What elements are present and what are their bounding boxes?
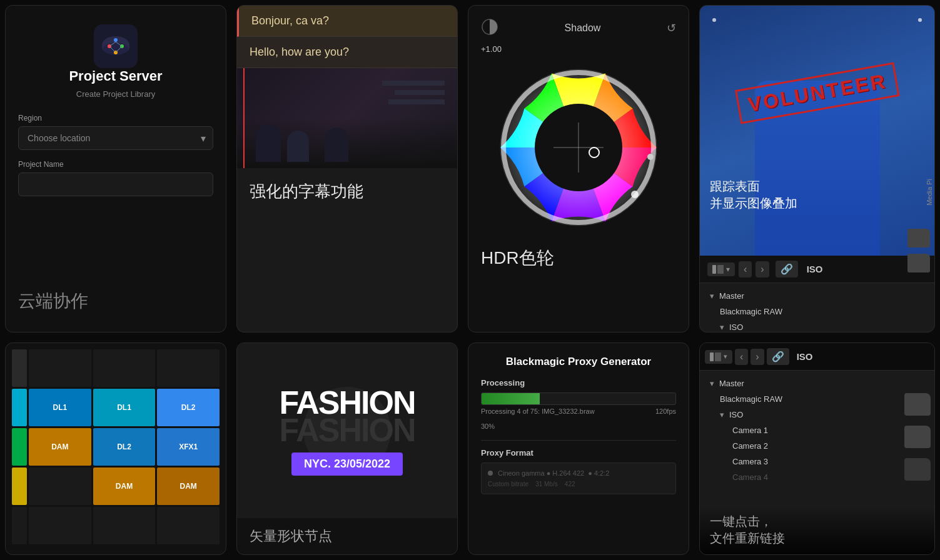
folder-icon-relink-2	[904, 426, 931, 448]
subtitle-line-2: Hello, how are you?	[237, 37, 457, 68]
timeline-cell-r1c4	[157, 349, 220, 387]
subtitle-lines: Bonjour, ca va? Hello, how are you?	[237, 6, 457, 68]
chevron-right-icon: ›	[761, 264, 764, 274]
hdr-title: HDR色轮	[481, 246, 554, 270]
svg-rect-22	[712, 265, 716, 274]
relink-master-label: Master	[719, 379, 744, 388]
card-surface-tracking: VOLUNTEER 跟踪表面 并显示图像叠加 ▾	[699, 5, 935, 332]
chevron-right-icon-iso: ▾	[720, 322, 724, 332]
tracking-image: VOLUNTEER 跟踪表面 并显示图像叠加	[700, 6, 934, 256]
prev-btn[interactable]: ‹	[739, 261, 752, 278]
region-select-wrapper[interactable]: Choose location ▾	[18, 126, 213, 150]
color-wheel[interactable]	[491, 60, 666, 235]
relink-tree-braw[interactable]: Blackmagic RAW	[705, 391, 929, 407]
region-label: Region	[18, 114, 213, 122]
project-name-label: Project Name	[18, 160, 213, 169]
subtitle-line-1: Bonjour, ca va?	[237, 6, 457, 37]
relink-chinese-1: 一键点击，	[710, 513, 924, 530]
timeline-label-xfx1: XFX1	[157, 428, 220, 466]
card-hdr-color-wheel: Shadow ↺ +1.00	[468, 5, 689, 332]
svg-point-20	[631, 191, 639, 198]
iso-label-nav: ISO	[807, 264, 823, 274]
next-btn-relink[interactable]: ›	[750, 349, 764, 365]
timeline-cell-r5c2	[29, 507, 91, 544]
prev-btn-relink[interactable]: ‹	[735, 349, 748, 365]
tree-iso-label: ISO	[729, 322, 743, 332]
next-btn[interactable]: ›	[756, 261, 769, 278]
svg-rect-25	[715, 352, 721, 361]
relink-file-tree: ▾ Master Blackmagic RAW ▾ ISO Camera 1 C…	[700, 371, 934, 490]
relink-tree-master[interactable]: ▾ Master	[705, 376, 929, 391]
create-library-subtitle: Create Project Library	[76, 89, 155, 99]
timeline-cell-r5c4	[157, 507, 220, 544]
timeline-cell-r1c1	[12, 349, 27, 387]
chevron-icon-iso-relink: ▾	[720, 410, 724, 419]
link-icon: 🔗	[781, 264, 793, 274]
timeline-cell-r1c2	[29, 349, 91, 387]
value-display: +1.00	[481, 44, 502, 54]
relink-tree-iso[interactable]: ▾ ISO	[705, 407, 929, 422]
tree-item-iso[interactable]: ▾ ISO	[705, 319, 929, 332]
proxy-format-option-1: Cineon gamma ● H.264 422 ● 4:2:2	[488, 469, 669, 477]
timeline-label-dl2-1: DL2	[157, 389, 220, 426]
svg-point-4	[114, 38, 118, 42]
timeline-label-dl2-2: DL2	[93, 428, 156, 466]
region-select[interactable]: Choose location	[18, 126, 213, 150]
link-icon-btn[interactable]: 🔗	[776, 261, 798, 278]
relink-cam2-label: Camera 2	[732, 441, 768, 451]
svg-rect-24	[710, 352, 714, 361]
card-timeline: DL1 DL1 DL2 DAM DL2 XFX1	[5, 342, 226, 555]
relink-tree-cam1[interactable]: Camera 1	[705, 422, 929, 438]
panel-toggle-btn[interactable]: ▾	[707, 262, 735, 276]
tree-braw-label: Blackmagic RAW	[720, 307, 782, 316]
relink-chinese-text-area: 一键点击， 文件重新链接	[700, 506, 934, 554]
timeline-cell-r4c2	[29, 468, 91, 505]
project-name-input[interactable]	[18, 172, 213, 196]
timeline-side-green	[12, 428, 27, 466]
relink-chinese-2: 文件重新链接	[710, 530, 924, 547]
chevron-left-icon-relink: ‹	[740, 351, 743, 362]
link-icon-relink: 🔗	[772, 351, 784, 362]
processing-label: Processing	[481, 378, 676, 388]
tree-item-master[interactable]: ▾ Master	[705, 288, 929, 304]
nav-toolbar: ▾ ‹ › 🔗 ISO	[700, 256, 934, 283]
app-icon	[94, 24, 138, 68]
subtitle-feature-area: 强化的字幕功能	[237, 168, 457, 215]
chevron-right-icon-relink: ›	[756, 351, 759, 362]
chinese-track-1: 跟踪表面	[710, 178, 924, 195]
relink-braw-label: Blackmagic RAW	[720, 394, 782, 404]
timeline-label-dam-1: DAM	[29, 428, 91, 466]
tree-item-blackmagic-raw[interactable]: Blackmagic RAW	[705, 304, 929, 319]
subtitle-feature-text: 强化的字幕功能	[250, 181, 445, 202]
relink-tree-cam4[interactable]: Camera 4	[705, 469, 929, 485]
chevron-down-icon-nav: ▾	[726, 265, 730, 274]
relink-tree-cam2[interactable]: Camera 2	[705, 438, 929, 454]
fashion-title-main: FASHION	[279, 386, 415, 419]
svg-rect-23	[717, 265, 724, 274]
proxy-progress-bar	[481, 392, 676, 405]
file-tree: ▾ Master Blackmagic RAW ▾ ISO Camera 1 C…	[700, 283, 934, 332]
chevron-left-icon: ‹	[744, 264, 747, 274]
proxy-generator-title: Blackmagic Proxy Generator	[481, 356, 676, 368]
proxy-format-text: Cineon gamma ● H.264 422 ● 4:2:2	[498, 469, 609, 477]
proxy-detail-1: Custom bitrate 31 Mb/s 422	[488, 481, 575, 488]
relink-cam1-label: Camera 1	[732, 426, 768, 435]
timeline-side-cyan	[12, 389, 27, 426]
card-subtitles: Bonjour, ca va? Hello, how are you? 强化的	[236, 5, 458, 332]
relink-iso-label-tree: ISO	[729, 410, 743, 419]
chevron-right-icon-tree: ▾	[710, 291, 714, 301]
reset-icon[interactable]: ↺	[667, 21, 676, 35]
timeline-label-dam-2: DAM	[93, 468, 156, 505]
chevron-down-icon-relink: ▾	[724, 352, 727, 361]
iso-label-relink: ISO	[797, 351, 813, 362]
link-icon-relink-btn[interactable]: 🔗	[767, 348, 789, 365]
card-project-server: Project Server Create Project Library Re…	[5, 5, 226, 332]
svg-point-21	[647, 154, 654, 160]
video-thumbnail	[237, 68, 457, 168]
timeline-label-dl1-2: DL1	[93, 389, 156, 426]
relink-tree-cam3[interactable]: Camera 3	[705, 454, 929, 469]
folder-icon-relink-3	[904, 458, 931, 481]
timeline-grid: DL1 DL1 DL2 DAM DL2 XFX1	[6, 343, 226, 554]
panel-layout-btn[interactable]: ▾	[705, 350, 732, 364]
proxy-format-label: Proxy Format	[481, 448, 676, 458]
